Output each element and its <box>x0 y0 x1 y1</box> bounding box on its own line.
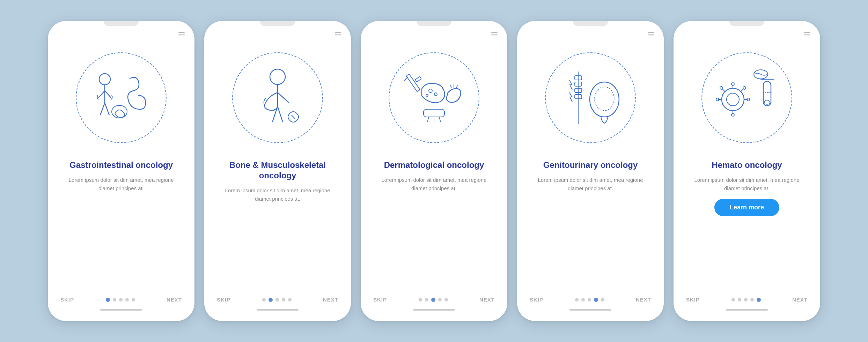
phone-gastrointestinal: Gastrointestinal oncology Lorem ipsum do… <box>48 21 194 321</box>
svg-line-5 <box>105 103 109 115</box>
phone-notch <box>104 21 139 26</box>
phone-top-bar-3 <box>361 26 507 38</box>
content-area-2: Bone & Musculoskeletal oncology Lorem ip… <box>204 154 351 297</box>
svg-point-46 <box>743 87 746 89</box>
card-body-3: Lorem ipsum dolor sit dim amet, mea regi… <box>373 176 495 193</box>
svg-line-3 <box>105 91 111 98</box>
phone-notch-4 <box>573 21 608 26</box>
phones-container: Gastrointestinal oncology Lorem ipsum do… <box>34 7 834 335</box>
signal-icon-2 <box>335 32 341 36</box>
illustration-dermatological <box>394 58 474 138</box>
illustration-genitourinary <box>550 58 631 138</box>
illustration-area-3 <box>361 42 507 154</box>
dot-2-1 <box>262 298 266 302</box>
dot-1-3 <box>119 298 123 302</box>
card-title-2: Bone & Musculoskeletal oncology <box>217 160 338 181</box>
skip-button-4[interactable]: SKIP <box>530 297 543 303</box>
dot-5-3 <box>744 298 748 302</box>
header-icons-2 <box>335 32 341 36</box>
illustration-bone <box>237 58 318 138</box>
dot-2-5 <box>288 298 292 302</box>
dot-3-3 <box>431 298 435 302</box>
signal-icon-5 <box>804 32 810 36</box>
card-body-4: Lorem ipsum dolor sit dim amet, mea regi… <box>530 176 651 193</box>
nav-area-1: SKIP NEXT <box>48 297 194 303</box>
header-icons-4 <box>648 32 654 36</box>
illustration-area-5 <box>674 42 820 154</box>
nav-dots-2 <box>262 298 292 302</box>
skip-button-1[interactable]: SKIP <box>60 297 74 303</box>
svg-line-12 <box>292 115 295 119</box>
dot-2-2 <box>269 298 273 302</box>
home-bar-1 <box>100 309 142 311</box>
dot-4-4 <box>594 298 598 302</box>
card-body-5: Lorem ipsum dolor sit dim amet, mea regi… <box>686 176 808 193</box>
phone-genitourinary: Genitourinary oncology Lorem ipsum dolor… <box>517 21 664 321</box>
phone-top-bar-5 <box>674 26 820 38</box>
nav-area-5: SKIP NEXT <box>674 297 820 303</box>
svg-line-9 <box>278 92 289 103</box>
svg-line-10 <box>272 106 278 122</box>
next-button-2[interactable]: NEXT <box>323 297 338 303</box>
content-area-3: Dermatological oncology Lorem ipsum dolo… <box>361 154 507 297</box>
header-icons-3 <box>491 32 498 36</box>
svg-rect-22 <box>424 109 444 117</box>
nav-dots-3 <box>419 298 448 302</box>
next-button-3[interactable]: NEXT <box>479 297 495 303</box>
dot-2-3 <box>275 298 279 302</box>
dot-4-2 <box>581 298 585 302</box>
dot-5-1 <box>731 298 735 302</box>
svg-point-6 <box>112 105 127 118</box>
dashed-circle-3 <box>389 52 479 143</box>
svg-point-31 <box>590 82 619 117</box>
dot-3-1 <box>419 298 422 302</box>
dot-4-1 <box>575 298 579 302</box>
nav-area-4: SKIP NEXT <box>517 297 664 303</box>
svg-line-25 <box>439 117 441 122</box>
dot-3-5 <box>444 298 448 302</box>
svg-line-11 <box>278 106 283 122</box>
signal-icon <box>178 32 185 36</box>
nav-area-3: SKIP NEXT <box>361 297 507 303</box>
card-title-4: Genitourinary oncology <box>543 160 638 170</box>
dot-1-4 <box>125 298 129 302</box>
dot-3-2 <box>425 298 428 302</box>
svg-point-7 <box>270 69 285 84</box>
next-button-1[interactable]: NEXT <box>167 297 182 303</box>
illustration-area-4 <box>517 42 664 154</box>
card-title-5: Hemato oncology <box>712 160 782 170</box>
dot-5-4 <box>750 298 754 302</box>
phone-notch-2 <box>260 21 295 26</box>
svg-line-19 <box>450 85 451 88</box>
nav-dots-1 <box>106 298 135 302</box>
home-bar-3 <box>413 309 455 311</box>
svg-point-16 <box>429 89 432 92</box>
phone-bone-musculoskeletal: Bone & Musculoskeletal oncology Lorem ip… <box>204 21 351 321</box>
dashed-circle-2 <box>232 52 323 143</box>
skip-button-2[interactable]: SKIP <box>217 297 230 303</box>
dot-3-4 <box>438 298 442 302</box>
illustration-hemato <box>707 58 787 138</box>
next-button-4[interactable]: NEXT <box>636 297 651 303</box>
illustration-area-1 <box>48 42 194 154</box>
svg-point-32 <box>595 87 614 111</box>
signal-icon-4 <box>648 32 654 36</box>
skip-button-3[interactable]: SKIP <box>373 297 387 303</box>
header-icons <box>178 32 185 36</box>
skip-button-5[interactable]: SKIP <box>686 297 700 303</box>
learn-more-button[interactable]: Learn more <box>714 199 779 216</box>
nav-area-2: SKIP NEXT <box>204 297 351 303</box>
phone-top-bar <box>48 26 194 38</box>
svg-rect-15 <box>415 76 421 82</box>
illustration-area-2 <box>204 42 351 154</box>
content-area-4: Genitourinary oncology Lorem ipsum dolor… <box>517 154 664 297</box>
svg-line-23 <box>427 117 429 122</box>
phone-top-bar-2 <box>204 26 351 38</box>
phone-top-bar-4 <box>517 26 664 38</box>
next-button-5[interactable]: NEXT <box>792 297 808 303</box>
svg-line-4 <box>100 103 105 115</box>
dot-5-2 <box>738 298 741 302</box>
svg-rect-13 <box>406 74 420 92</box>
svg-line-14 <box>404 77 408 81</box>
phone-notch-3 <box>417 21 451 26</box>
